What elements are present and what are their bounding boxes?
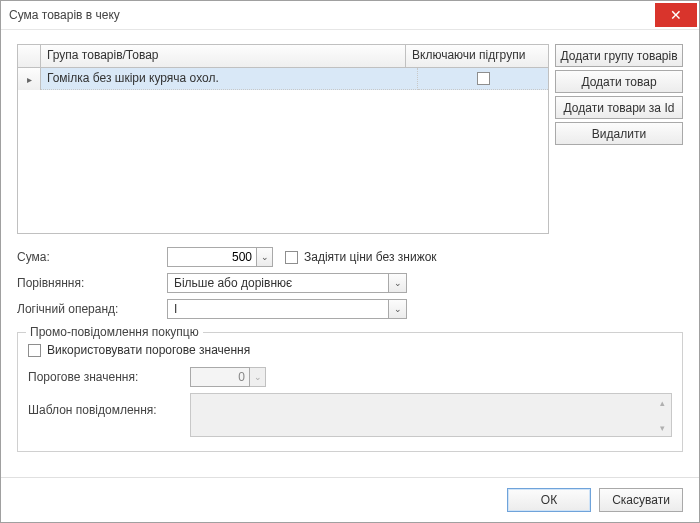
grid-col-group[interactable]: Група товарів/Товар — [41, 45, 406, 67]
no-discount-label: Задіяти ціни без знижок — [304, 250, 437, 264]
scroll-up-icon: ▴ — [654, 394, 671, 411]
footer: ОК Скасувати — [1, 477, 699, 522]
operand-combo-arrow[interactable]: ⌄ — [388, 300, 406, 318]
grid-header: Група товарів/Товар Включаючи підгрупи — [18, 45, 548, 68]
add-group-button[interactable]: Додати групу товарів — [555, 44, 683, 67]
promo-legend: Промо-повідомлення покупцю — [26, 325, 203, 339]
delete-button[interactable]: Видалити — [555, 122, 683, 145]
template-textarea: ▴ ▾ — [190, 393, 672, 437]
table-row[interactable]: ▸ Гомілка без шкіри куряча охол. — [18, 68, 548, 90]
chevron-down-icon: ⌄ — [394, 304, 402, 314]
content-area: Група товарів/Товар Включаючи підгрупи ▸… — [1, 30, 699, 477]
template-row: Шаблон повідомлення: ▴ ▾ — [28, 393, 672, 437]
row-indicator-icon: ▸ — [18, 68, 41, 90]
dialog-window: Сума товарів в чеку ✕ Група товарів/Това… — [0, 0, 700, 523]
ok-button[interactable]: ОК — [507, 488, 591, 512]
operand-combo[interactable]: І ⌄ — [167, 299, 407, 319]
promo-groupbox: Промо-повідомлення покупцю Використовува… — [17, 332, 683, 452]
sum-input[interactable] — [167, 247, 257, 267]
window-title: Сума товарів в чеку — [9, 8, 655, 22]
chevron-down-icon: ⌄ — [261, 252, 269, 262]
close-button[interactable]: ✕ — [655, 3, 697, 27]
compare-combo[interactable]: Більше або дорівнює ⌄ — [167, 273, 407, 293]
operand-label: Логічний операнд: — [17, 302, 167, 316]
grid-selector-header — [18, 45, 41, 67]
chevron-down-icon: ⌄ — [394, 278, 402, 288]
form-area: Сума: ⌄ Задіяти ціни без знижок Порівнян… — [17, 246, 683, 324]
template-scrollbar: ▴ ▾ — [654, 394, 671, 436]
threshold-row: Порогове значення: ⌄ — [28, 367, 672, 387]
compare-row: Порівняння: Більше або дорівнює ⌄ — [17, 272, 683, 294]
no-discount-checkbox[interactable] — [285, 251, 298, 264]
no-discount-check-wrap[interactable]: Задіяти ціни без знижок — [285, 250, 437, 264]
compare-label: Порівняння: — [17, 276, 167, 290]
threshold-spinner: ⌄ — [250, 367, 266, 387]
compare-combo-arrow[interactable]: ⌄ — [388, 274, 406, 292]
add-item-button[interactable]: Додати товар — [555, 70, 683, 93]
side-buttons: Додати групу товарів Додати товар Додати… — [555, 44, 683, 234]
template-label: Шаблон повідомлення: — [28, 393, 190, 417]
sum-spinner[interactable]: ⌄ — [257, 247, 273, 267]
use-threshold-row[interactable]: Використовувати порогове значення — [28, 343, 672, 357]
include-subgroups-checkbox[interactable] — [477, 72, 490, 85]
titlebar: Сума товарів в чеку ✕ — [1, 1, 699, 30]
threshold-input — [190, 367, 250, 387]
items-grid[interactable]: Група товарів/Товар Включаючи підгрупи ▸… — [17, 44, 549, 234]
use-threshold-checkbox[interactable] — [28, 344, 41, 357]
row-subgroups-cell[interactable] — [418, 68, 548, 90]
scroll-down-icon: ▾ — [654, 419, 671, 436]
grid-col-subgroups[interactable]: Включаючи підгрупи — [406, 45, 548, 67]
cancel-button[interactable]: Скасувати — [599, 488, 683, 512]
operand-row: Логічний операнд: І ⌄ — [17, 298, 683, 320]
compare-value: Більше або дорівнює — [168, 276, 388, 290]
use-threshold-label: Використовувати порогове значення — [47, 343, 250, 357]
threshold-label: Порогове значення: — [28, 370, 190, 384]
chevron-down-icon: ⌄ — [254, 372, 262, 382]
add-by-id-button[interactable]: Додати товари за Id — [555, 96, 683, 119]
sum-label: Сума: — [17, 250, 167, 264]
top-area: Група товарів/Товар Включаючи підгрупи ▸… — [17, 44, 683, 234]
operand-value: І — [168, 302, 388, 316]
grid-body: ▸ Гомілка без шкіри куряча охол. — [18, 68, 548, 234]
row-name-cell[interactable]: Гомілка без шкіри куряча охол. — [41, 68, 418, 90]
close-icon: ✕ — [670, 7, 682, 23]
sum-row: Сума: ⌄ Задіяти ціни без знижок — [17, 246, 683, 268]
